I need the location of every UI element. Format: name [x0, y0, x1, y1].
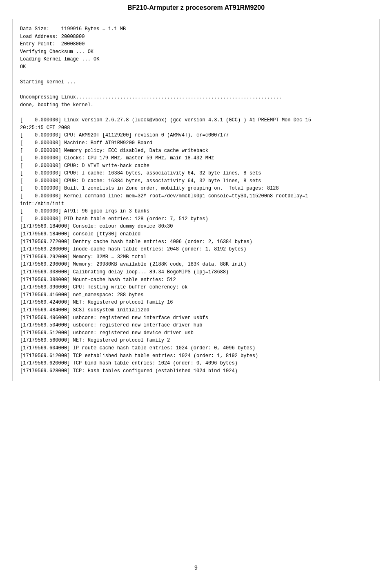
- content-area: Data Size: 1199916 Bytes = 1.1 MB Load A…: [12, 19, 380, 381]
- page-title: BF210-Armputer z procesorem AT91RM9200: [0, 0, 392, 15]
- terminal-output: Data Size: 1199916 Bytes = 1.1 MB Load A…: [20, 25, 372, 375]
- page-number: 9: [0, 564, 392, 571]
